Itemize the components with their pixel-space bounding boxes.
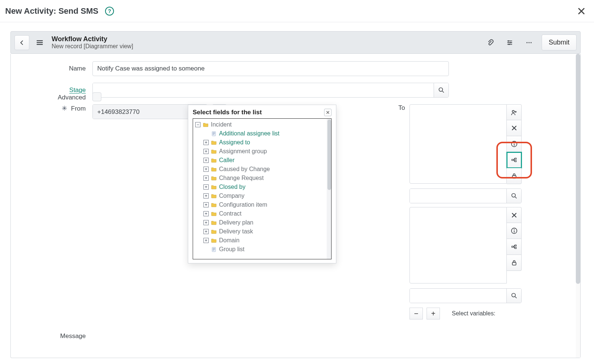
expand-icon[interactable] xyxy=(203,184,209,190)
below-to-row xyxy=(409,188,580,203)
help-icon[interactable]: ? xyxy=(105,7,114,16)
expand-icon[interactable] xyxy=(203,149,209,154)
tree-item[interactable]: Incident xyxy=(195,120,331,129)
expand-icon[interactable] xyxy=(203,238,209,243)
modal-close-button[interactable] xyxy=(576,6,587,16)
to-lock-button[interactable] xyxy=(507,168,522,184)
folder-icon xyxy=(211,166,217,172)
tree-item[interactable]: Company xyxy=(195,191,331,200)
select-variables-label: Select variables: xyxy=(452,310,495,317)
tree-item[interactable]: Caused by Change xyxy=(195,165,331,174)
row-advanced: Advanced xyxy=(11,92,580,102)
below-to-search-button[interactable] xyxy=(506,189,521,203)
folder-icon xyxy=(211,140,217,145)
workflow-header-right: Submit xyxy=(484,35,577,50)
advanced-checkbox[interactable] xyxy=(92,92,101,101)
third-lock-button[interactable] xyxy=(507,255,522,271)
third-remove-button[interactable] xyxy=(507,207,522,223)
to-info-button[interactable] xyxy=(507,136,522,152)
folder-icon xyxy=(211,220,217,226)
modal-header: New Activity: Send SMS ? xyxy=(0,0,594,22)
row-message: Message xyxy=(11,332,182,340)
tree-item-label[interactable]: Additional assignee list xyxy=(219,130,280,137)
collapse-icon[interactable] xyxy=(195,122,200,127)
form-scrollbar[interactable] xyxy=(576,54,580,358)
expand-icon[interactable] xyxy=(203,140,209,145)
tree-item-label[interactable]: Delivery plan xyxy=(219,219,253,226)
tree-item[interactable]: Delivery plan xyxy=(195,218,331,227)
tree-item-label[interactable]: Domain xyxy=(219,237,239,244)
select-fields-popup: Select fields for the list IncidentAddit… xyxy=(188,105,336,263)
tree-item-label[interactable]: Configuration item xyxy=(219,201,267,208)
popup-close-button[interactable] xyxy=(324,109,332,116)
below-third-search-button[interactable] xyxy=(506,289,521,303)
tree-item[interactable]: Configuration item xyxy=(195,200,331,209)
third-textarea[interactable] xyxy=(409,207,507,283)
expand-icon[interactable] xyxy=(203,211,209,216)
more-icon[interactable] xyxy=(522,36,536,49)
expand-icon[interactable] xyxy=(203,176,209,181)
popup-scrollbar-thumb[interactable] xyxy=(327,119,331,190)
tree-item[interactable]: Additional assignee list xyxy=(195,129,331,138)
tree-item-label[interactable]: Group list xyxy=(219,246,244,253)
tree-item[interactable]: Closed by xyxy=(195,183,331,191)
tree-item[interactable]: Contract xyxy=(195,209,331,218)
tree-item[interactable]: Domain xyxy=(195,236,331,245)
name-input[interactable] xyxy=(92,61,449,76)
tree-item[interactable]: Change Request xyxy=(195,174,331,183)
from-input[interactable] xyxy=(93,105,192,119)
modal-body: Workflow Activity New record [Diagrammer… xyxy=(0,22,594,364)
submit-button[interactable]: Submit xyxy=(542,35,577,50)
back-button[interactable] xyxy=(14,35,29,50)
variables-add-button[interactable]: + xyxy=(427,308,440,319)
tree-item[interactable]: Delivery task xyxy=(195,227,331,236)
expander-spacer xyxy=(203,247,209,252)
below-to-input[interactable] xyxy=(410,189,506,203)
popup-scrollbar[interactable] xyxy=(327,119,331,259)
to-add-me-button[interactable] xyxy=(507,104,522,120)
stage-label[interactable]: Stage xyxy=(11,86,92,94)
tree-item-label[interactable]: Assigned to xyxy=(219,139,250,146)
tree-item[interactable]: Caller xyxy=(195,156,331,165)
folder-icon xyxy=(211,211,217,217)
tree-item[interactable]: Group list xyxy=(195,245,331,254)
menu-icon[interactable] xyxy=(33,36,46,49)
to-textarea[interactable] xyxy=(409,104,507,184)
third-select-fields-button[interactable] xyxy=(507,239,522,255)
to-label: To xyxy=(380,104,409,112)
below-third-input[interactable] xyxy=(410,289,506,303)
to-column: − + Select variables: xyxy=(409,104,580,319)
expand-icon[interactable] xyxy=(203,158,209,163)
settings-icon[interactable] xyxy=(503,36,516,49)
variables-remove-button[interactable]: − xyxy=(409,308,423,319)
tree-item-label[interactable]: Contract xyxy=(219,210,241,217)
expand-icon[interactable] xyxy=(203,202,209,207)
variable-controls: − + Select variables: xyxy=(409,308,580,319)
popup-header: Select fields for the list xyxy=(188,105,336,118)
folder-icon xyxy=(203,122,209,128)
expand-icon[interactable] xyxy=(203,229,209,234)
workflow-title: Workflow Activity xyxy=(52,35,133,43)
message-label: Message xyxy=(11,332,92,340)
to-remove-button[interactable] xyxy=(507,120,522,136)
from-label: From xyxy=(71,105,86,112)
third-panel xyxy=(409,207,522,283)
tree-item-label[interactable]: Caused by Change xyxy=(219,166,270,173)
expand-icon[interactable] xyxy=(203,167,209,172)
tree-item-label[interactable]: Delivery task xyxy=(219,228,253,235)
attachments-icon[interactable] xyxy=(484,36,497,49)
tree-item[interactable]: Assignment group xyxy=(195,147,331,156)
tree-item-label[interactable]: Closed by xyxy=(219,184,245,190)
tree-item-label[interactable]: Company xyxy=(219,193,244,199)
to-panel xyxy=(409,104,522,184)
expand-icon[interactable] xyxy=(203,220,209,225)
tree-item-label[interactable]: Change Request xyxy=(219,175,264,181)
expand-icon[interactable] xyxy=(203,193,209,199)
tree-item-label[interactable]: Assignment group xyxy=(219,148,267,155)
form-scrollbar-thumb[interactable] xyxy=(576,54,580,284)
tree-item-label[interactable]: Incident xyxy=(211,121,232,128)
tree-item-label[interactable]: Caller xyxy=(219,157,235,164)
to-select-fields-button[interactable] xyxy=(507,152,522,168)
tree-item[interactable]: Assigned to xyxy=(195,138,331,147)
third-info-button[interactable] xyxy=(507,223,522,239)
